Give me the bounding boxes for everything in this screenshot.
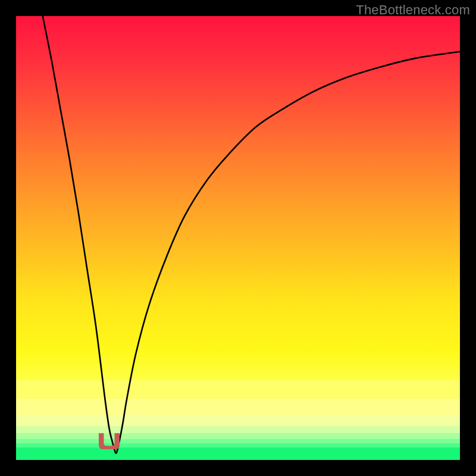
gradient-band: [16, 433, 460, 439]
gradient-band: [16, 443, 460, 447]
gradient-band: [16, 415, 460, 426]
gradient-band: [16, 380, 460, 399]
gradient-main: [16, 16, 460, 380]
gradient-band: [16, 399, 460, 415]
gradient-band: [16, 426, 460, 434]
gradient-band: [16, 439, 460, 443]
gradient-band: [16, 447, 460, 460]
chart-frame: [16, 16, 460, 460]
